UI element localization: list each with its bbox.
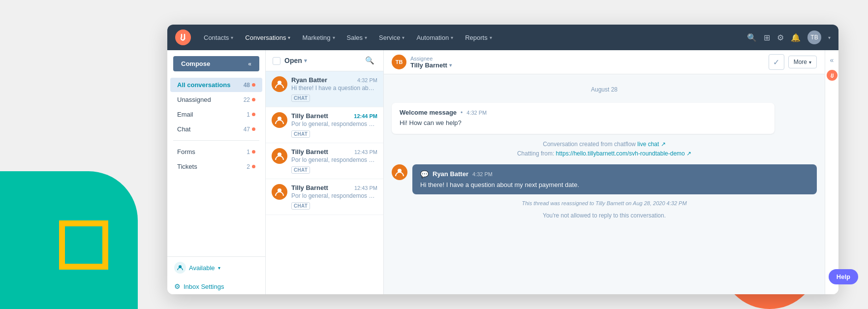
user-avatar[interactable]: TB — [807, 31, 821, 44]
date-divider: August 28 — [392, 86, 817, 93]
unread-dot — [252, 150, 255, 154]
automation-chevron-icon: ▾ — [451, 35, 453, 40]
sidebar-item-email[interactable]: Email 1 — [170, 107, 262, 122]
contacts-chevron-icon: ▾ — [231, 35, 233, 40]
conv-list-header: Open ▾ 🔍 — [266, 50, 383, 71]
unread-dot — [252, 98, 255, 101]
settings-gear-icon: ⚙ — [174, 282, 181, 290]
conv-item[interactable]: Ryan Batter 4:32 PM Hi there! I have a q… — [266, 71, 383, 107]
conv-avatar — [272, 184, 287, 200]
nav-item-marketing[interactable]: Marketing ▾ — [297, 31, 340, 44]
conv-created-message: Conversation created from chatflow live … — [392, 140, 817, 158]
unread-dot — [252, 165, 255, 168]
conv-body: Tilly Barnett 12:43 PM Por lo general, r… — [291, 148, 377, 174]
filter-chevron-icon: ▾ — [304, 58, 307, 64]
sidebar-item-unassigned[interactable]: Unassigned 22 — [170, 93, 262, 107]
conv-list-items: Ryan Batter 4:32 PM Hi there! I have a q… — [266, 71, 383, 294]
hs-logo-small[interactable] — [827, 70, 837, 81]
inbox-settings-link[interactable]: ⚙ Inbox Settings — [167, 278, 265, 294]
conv-item[interactable]: Tilly Barnett 12:43 PM Por lo general, r… — [266, 143, 383, 179]
user-msg-content: 💬 Ryan Batter 4:32 PM Hi there! I have a… — [412, 164, 817, 194]
conv-body: Ryan Batter 4:32 PM Hi there! I have a q… — [291, 76, 377, 102]
conv-avatar — [272, 148, 287, 164]
conv-body: Tilly Barnett 12:43 PM Por lo general, r… — [291, 184, 377, 210]
hubspot-logo[interactable] — [175, 30, 191, 45]
select-all-checkbox[interactable] — [273, 57, 280, 65]
conversations-chevron-icon: ▾ — [288, 35, 290, 40]
check-button[interactable]: ✓ — [769, 54, 784, 70]
svg-point-8 — [833, 76, 834, 77]
svg-point-1 — [184, 38, 186, 39]
nav-item-contacts[interactable]: Contacts ▾ — [199, 31, 238, 44]
conv-search-icon[interactable]: 🔍 — [363, 55, 376, 66]
right-collapse-panel: « — [825, 50, 838, 294]
available-icon — [174, 262, 186, 274]
nav-item-reports[interactable]: Reports ▾ — [460, 31, 497, 44]
settings-icon[interactable]: ⚙ — [777, 33, 784, 42]
help-button[interactable]: Help — [829, 269, 858, 284]
assignee-name: Tilly Barnett ▾ — [410, 62, 452, 69]
marketplace-icon[interactable]: ⊞ — [764, 33, 770, 42]
service-chevron-icon: ▾ — [402, 35, 404, 40]
browser-window: Contacts ▾ Conversations ▾ Marketing ▾ S… — [167, 25, 838, 294]
assignee-info: Assignee Tilly Barnett ▾ — [410, 56, 452, 69]
assignee-chevron-icon[interactable]: ▾ — [449, 62, 452, 68]
chat-messages: August 28 Welcome message • 4:32 PM Hi! … — [384, 74, 825, 294]
sidebar-item-all-conversations[interactable]: All conversations 48 — [170, 78, 262, 92]
user-msg-avatar — [392, 164, 407, 180]
nav-items: Contacts ▾ Conversations ▾ Marketing ▾ S… — [199, 31, 747, 44]
reports-chevron-icon: ▾ — [490, 35, 492, 40]
notifications-icon[interactable]: 🔔 — [791, 33, 801, 42]
more-button[interactable]: More ▾ — [788, 56, 817, 68]
search-icon[interactable]: 🔍 — [747, 33, 757, 42]
unread-dot — [252, 127, 255, 131]
sales-chevron-icon: ▾ — [365, 35, 367, 40]
available-chevron-icon: ▾ — [218, 265, 220, 271]
more-chevron-icon: ▾ — [809, 60, 811, 65]
sidebar-nav: All conversations 48 Unassigned 22 Email… — [167, 77, 265, 256]
marketing-chevron-icon: ▾ — [333, 35, 335, 40]
top-nav: Contacts ▾ Conversations ▾ Marketing ▾ S… — [167, 25, 838, 50]
sidebar-item-chat[interactable]: Chat 47 — [170, 122, 262, 136]
sidebar-bottom: Available ▾ — [167, 256, 265, 278]
live-chat-link[interactable]: live chat ↗ — [637, 141, 665, 148]
nav-item-conversations[interactable]: Conversations ▾ — [240, 31, 295, 44]
nav-item-automation[interactable]: Automation ▾ — [411, 31, 458, 44]
chat-header: TB Assignee Tilly Barnett ▾ ✓ More ▾ — [384, 50, 825, 74]
unread-dot — [252, 113, 255, 116]
compose-button[interactable]: Compose « — [173, 56, 259, 71]
sidebar-item-forms[interactable]: Forms 1 — [170, 145, 262, 159]
nav-item-sales[interactable]: Sales ▾ — [342, 31, 372, 44]
conv-item[interactable]: Tilly Barnett 12:43 PM Por lo general, r… — [266, 179, 383, 215]
main-content: Compose « All conversations 48 Unassigne… — [167, 50, 838, 294]
conv-avatar — [272, 76, 287, 92]
chat-panel: TB Assignee Tilly Barnett ▾ ✓ More ▾ — [384, 50, 825, 294]
open-filter-dropdown[interactable]: Open ▾ — [284, 57, 307, 64]
svg-point-0 — [175, 30, 191, 45]
left-sidebar: Compose « All conversations 48 Unassigne… — [167, 50, 266, 294]
conv-item[interactable]: Tilly Barnett 12:44 PM Por lo general, r… — [266, 107, 383, 143]
user-message-wrapper: 💬 Ryan Batter 4:32 PM Hi there! I have a… — [392, 164, 817, 194]
conv-body: Tilly Barnett 12:44 PM Por lo general, r… — [291, 112, 377, 138]
no-reply-message: You're not allowed to reply to this conv… — [392, 212, 817, 219]
reassigned-message: This thread was reassigned to Tilly Barn… — [392, 200, 817, 206]
nav-item-service[interactable]: Service ▾ — [374, 31, 409, 44]
chatting-from-url-link[interactable]: https://hello.tillybarnett.com/svh-round… — [556, 150, 691, 157]
chat-bubble-icon: 💬 — [420, 170, 429, 178]
chat-header-actions: ✓ More ▾ — [769, 54, 817, 70]
welcome-message-bubble: Welcome message • 4:32 PM Hi! How can we… — [392, 103, 775, 134]
assignee-section: TB Assignee Tilly Barnett ▾ — [392, 55, 452, 69]
assignee-avatar: TB — [392, 55, 406, 69]
user-msg-bubble: 💬 Ryan Batter 4:32 PM Hi there! I have a… — [412, 164, 817, 194]
sidebar-item-tickets[interactable]: Tickets 2 — [170, 159, 262, 174]
sidebar-divider — [173, 140, 259, 141]
conv-avatar — [272, 112, 287, 128]
user-menu-chevron-icon[interactable]: ▾ — [828, 35, 831, 40]
right-collapse-button[interactable]: « — [830, 56, 834, 64]
nav-right: 🔍 ⊞ ⚙ 🔔 TB ▾ — [747, 31, 831, 44]
conversation-list: Open ▾ 🔍 Ryan Batter 4:32 PM — [266, 50, 384, 294]
available-status-button[interactable]: Available ▾ — [174, 262, 258, 274]
collapse-icon: « — [248, 61, 251, 67]
bg-yellow-rect — [59, 220, 108, 270]
unread-dot — [252, 83, 255, 87]
